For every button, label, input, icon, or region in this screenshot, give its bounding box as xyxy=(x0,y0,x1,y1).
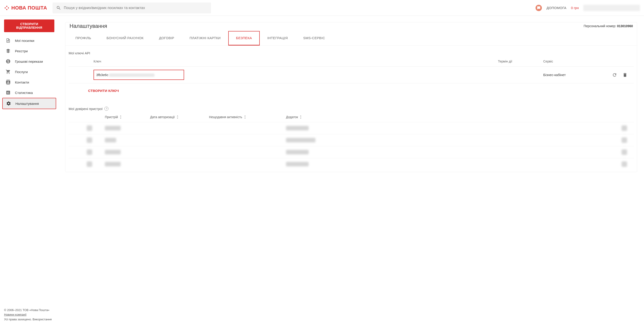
col-service: Сервіс xyxy=(543,60,607,63)
sidebar-item-label: Грошові перекази xyxy=(15,60,43,64)
sort-icon xyxy=(119,116,122,119)
tab-bonus[interactable]: БОНУСНИЙ РАХУНОК xyxy=(99,31,151,46)
top-header: НОВА ПОШТА ДОПОМОГА 0 грн xyxy=(0,0,644,16)
blurred-cell xyxy=(622,150,627,155)
chat-icon[interactable] xyxy=(536,5,542,11)
settings-tabs: ПРОФІЛЬ БОНУСНИЙ РАХУНОК ДОГОВІР ПЛАТІЖН… xyxy=(66,31,637,46)
sidebar-item-label: Налаштування xyxy=(16,102,39,106)
balance: 0 грн xyxy=(571,6,579,10)
tab-sms[interactable]: SMS-СЕРВІС xyxy=(296,31,333,46)
page-title: Налаштування xyxy=(70,23,107,29)
sidebar-item-shipments[interactable]: Мої посилки xyxy=(2,35,56,46)
help-link[interactable]: ДОПОМОГА xyxy=(546,6,566,10)
col-auth-date[interactable]: Дата авторизації xyxy=(150,115,209,119)
blurred-cell xyxy=(622,138,627,143)
copyright: © 2006–2021 ТОВ «Нова Пошта» xyxy=(4,308,54,313)
device-row xyxy=(68,158,634,170)
user-menu-blurred[interactable] xyxy=(583,5,640,11)
sidebar-item-services[interactable]: Послуги xyxy=(2,66,56,77)
col-expiry: Термін дії xyxy=(498,60,543,63)
cart-icon xyxy=(6,69,11,74)
api-key-row: 3fb3e6c Бізнес-кабінет xyxy=(68,66,634,83)
sidebar-item-transfers[interactable]: Грошові перекази xyxy=(2,56,56,66)
gear-icon xyxy=(6,101,11,106)
search-input[interactable] xyxy=(64,6,208,10)
logo[interactable]: НОВА ПОШТА xyxy=(4,5,47,11)
tab-profile[interactable]: ПРОФІЛЬ xyxy=(68,31,99,46)
devices-table-header: Пристрій Дата авторизації Нещодавня акти… xyxy=(68,112,634,122)
col-key: Ключ xyxy=(94,60,498,63)
api-section-title: Мої ключі API xyxy=(68,51,634,55)
sidebar-item-label: Статистика xyxy=(15,91,33,95)
blurred-cell xyxy=(622,126,627,131)
create-key-button[interactable]: СТВОРИТИ КЛЮЧ xyxy=(68,83,634,100)
col-device[interactable]: Пристрій xyxy=(105,115,150,119)
sidebar-item-label: Мої посилки xyxy=(15,39,34,42)
money-icon xyxy=(6,59,11,64)
trusted-devices-section: Мої довірені пристрої ? Пристрій Дата ав… xyxy=(66,101,637,172)
delete-icon[interactable] xyxy=(622,72,628,78)
blurred-cell xyxy=(87,138,92,143)
contacts-icon xyxy=(6,80,11,85)
blurred-cell xyxy=(286,138,316,142)
blurred-cell xyxy=(87,126,92,131)
tab-security[interactable]: БЕЗПЕКА xyxy=(228,31,260,46)
tab-contract[interactable]: ДОГОВІР xyxy=(151,31,182,46)
api-key-blurred xyxy=(109,74,154,77)
brand-text: НОВА ПОШТА xyxy=(11,5,47,11)
chart-icon xyxy=(6,90,11,95)
blurred-cell xyxy=(286,126,309,130)
blurred-cell xyxy=(87,150,92,155)
device-row xyxy=(68,122,634,134)
search-icon xyxy=(56,6,61,10)
personal-number: Персональний номер: 013010960 xyxy=(584,24,633,28)
device-row xyxy=(68,134,634,146)
api-key-value-box: 3fb3e6c xyxy=(94,70,184,80)
logo-icon xyxy=(4,5,10,11)
stack-icon xyxy=(6,48,11,54)
api-table-header: Ключ Термін дії Сервіс xyxy=(68,56,634,66)
blurred-cell xyxy=(622,162,627,167)
sort-icon xyxy=(176,116,179,119)
sidebar-item-label: Послуги xyxy=(15,70,28,74)
sidebar-item-registries[interactable]: Реєстри xyxy=(2,46,56,56)
company-news-link[interactable]: Новини компанії xyxy=(4,313,26,316)
header-right: ДОПОМОГА 0 грн xyxy=(536,5,640,11)
search-box[interactable] xyxy=(52,2,211,13)
api-key-prefix: 3fb3e6c xyxy=(96,73,108,77)
api-key-service: Бізнес-кабінет xyxy=(543,73,607,77)
blurred-cell xyxy=(105,162,121,166)
device-row xyxy=(68,146,634,158)
blurred-cell xyxy=(105,150,121,154)
rights-text: Усі права захищено. Використання xyxy=(4,317,54,322)
sidebar-item-label: Контакти xyxy=(15,80,29,84)
sidebar-item-stats[interactable]: Статистика xyxy=(2,88,56,98)
sort-icon xyxy=(299,116,302,119)
sort-icon xyxy=(244,116,246,119)
help-icon[interactable]: ? xyxy=(104,107,108,111)
refresh-icon[interactable] xyxy=(612,72,617,78)
col-app[interactable]: Додаток xyxy=(286,115,340,119)
sidebar: СТВОРИТИ ВІДПРАВЛЕННЯ Мої посилки Реєстр… xyxy=(0,16,58,326)
blurred-cell xyxy=(105,138,116,142)
document-icon xyxy=(6,38,11,43)
sidebar-footer: © 2006–2021 ТОВ «Нова Пошта» Новини комп… xyxy=(2,308,56,324)
api-keys-section: Мої ключі API Ключ Термін дії Сервіс 3f xyxy=(66,46,637,101)
blurred-cell xyxy=(105,126,121,130)
create-shipment-button[interactable]: СТВОРИТИ ВІДПРАВЛЕННЯ xyxy=(4,20,54,32)
tab-cards[interactable]: ПЛАТІЖНІ КАРТКИ xyxy=(182,31,228,46)
sidebar-item-label: Реєстри xyxy=(15,49,28,53)
tab-integration[interactable]: ІНТЕГРАЦІЯ xyxy=(260,31,296,46)
main-content: Налаштування Персональний номер: 0130109… xyxy=(58,16,644,326)
sidebar-item-settings[interactable]: Налаштування xyxy=(2,98,56,109)
devices-section-title: Мої довірені пристрої xyxy=(68,107,102,111)
blurred-cell xyxy=(286,150,309,154)
sidebar-item-contacts[interactable]: Контакти xyxy=(2,77,56,88)
blurred-cell xyxy=(286,162,309,166)
blurred-cell xyxy=(87,162,92,167)
col-activity[interactable]: Нещодавня активність xyxy=(209,115,286,119)
